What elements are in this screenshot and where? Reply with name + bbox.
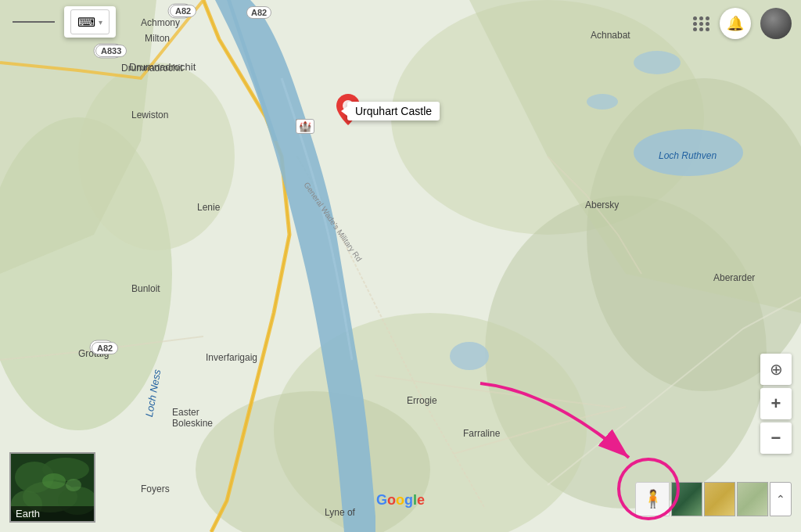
bell-icon: 🔔 [727,15,744,32]
user-avatar-button[interactable] [760,8,792,39]
google-logo: Google [376,492,425,509]
apps-grid-icon [693,16,710,31]
svg-rect-15 [94,44,122,58]
pin-tooltip: Urquhart Castle [347,102,440,120]
expand-layers-button[interactable]: ⌃ [770,482,792,516]
bottom-controls: 🧍 ⌃ [635,482,792,516]
zoom-in-button[interactable]: + [760,388,792,419]
castle-icon: 🏰 [296,119,314,134]
zoom-out-button[interactable]: − [760,422,792,454]
menu-button[interactable] [9,16,58,28]
svg-point-10 [634,129,743,176]
minus-icon: − [771,428,781,448]
map-controls: ⊕ + − [760,354,792,454]
svg-rect-14 [90,340,113,354]
gps-icon: ⊕ [770,360,783,379]
plus-icon: + [771,394,781,414]
dropdown-arrow: ▾ [99,18,102,27]
top-right-controls: 🔔 [693,8,792,39]
map-background [0,0,801,532]
pegman-icon: 🧍 [642,489,663,509]
notification-button[interactable]: 🔔 [720,8,751,39]
svg-point-23 [42,473,66,489]
svg-point-24 [66,479,81,491]
earth-thumbnail[interactable]: Earth [9,452,95,523]
top-bar: ⌨ ▾ [0,0,801,44]
search-bar: ⌨ ▾ [64,6,116,38]
pegman-button[interactable]: 🧍 [635,482,670,516]
google-o1: o [387,492,396,508]
google-g: G [376,492,387,508]
earth-label: Earth [11,506,94,521]
svg-point-8 [634,51,681,74]
keyboard-icon: ⌨ [77,15,95,30]
map-container: Achmony Milton Drumnadrochit Drumnadroch… [0,0,801,532]
map-tile-button[interactable] [737,482,768,516]
chevron-up-icon: ⌃ [776,493,785,505]
google-e: e [417,492,425,508]
gps-button[interactable]: ⊕ [760,354,792,385]
google-o2: o [396,492,404,508]
google-g2: g [404,492,413,508]
terrain-tile-button[interactable] [704,482,735,516]
svg-point-11 [450,342,489,370]
svg-point-9 [587,94,618,110]
keyboard-button[interactable]: ⌨ ▾ [70,9,110,34]
satellite-tile-button[interactable] [671,482,702,516]
apps-button[interactable] [693,16,710,31]
